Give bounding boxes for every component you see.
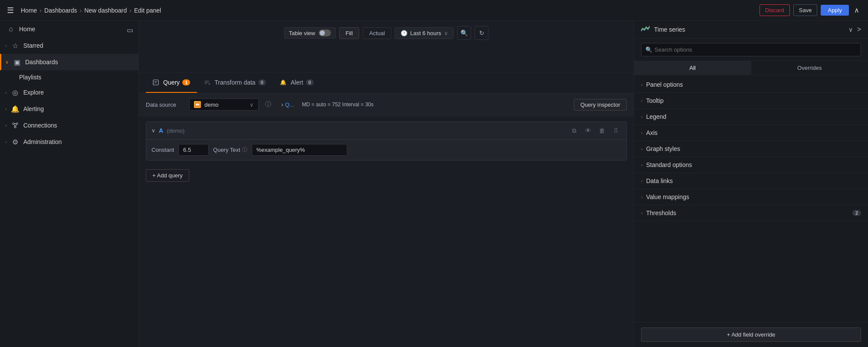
breadcrumb-new-dashboard[interactable]: New dashboard — [84, 7, 127, 14]
option-legend[interactable]: › Legend — [634, 109, 868, 125]
sidebar-item-starred[interactable]: › ☆ Starred — [0, 37, 138, 54]
options-list: › Panel options › Tooltip › Legend › Axi… — [634, 75, 868, 322]
standard-options-label: Standard options — [646, 161, 861, 168]
options-search-input[interactable] — [641, 43, 861, 56]
svg-line-4 — [14, 124, 15, 126]
constant-input[interactable] — [178, 144, 209, 156]
sidebar-collapse-button[interactable]: ▭ — [125, 24, 135, 36]
tooltip-label: Tooltip — [646, 97, 861, 104]
delete-query-button[interactable]: 🗑 — [597, 125, 607, 136]
svg-line-5 — [15, 124, 16, 126]
time-range-chevron: ∨ — [444, 30, 448, 36]
drag-query-button[interactable]: ⠿ — [611, 125, 621, 136]
add-field-override-button[interactable]: + Add field override — [641, 327, 861, 342]
sidebar-item-explore[interactable]: › ◎ Explore — [0, 84, 138, 101]
svg-rect-6 — [153, 80, 158, 85]
tab-alert-badge: 0 — [306, 79, 314, 85]
menu-icon[interactable]: ☰ — [7, 6, 14, 15]
sidebar-item-home-label: Home — [19, 26, 35, 33]
datasource-label: Data source — [146, 101, 185, 108]
topbar: ☰ Home › Dashboards › New dashboard › Ed… — [0, 0, 868, 21]
tab-query-badge: 1 — [182, 79, 190, 85]
datasource-select[interactable]: demo ∨ — [189, 98, 259, 111]
standard-options-chevron: › — [641, 162, 643, 167]
option-value-mappings[interactable]: › Value mappings — [634, 189, 868, 205]
sidebar-item-administration-label: Administration — [23, 138, 62, 145]
datasource-meta: MD = auto = 752 Interval = 30s — [302, 101, 374, 108]
sidebar-item-connections[interactable]: › Connections — [0, 117, 138, 134]
option-tooltip[interactable]: › Tooltip — [634, 93, 868, 109]
query-alias: Q... — [285, 101, 294, 108]
expand-chevron-icon: › — [281, 101, 283, 108]
sidebar-item-alerting[interactable]: › 🔔 Alerting — [0, 101, 138, 117]
svg-rect-10 — [196, 104, 199, 105]
apply-button[interactable]: Apply — [821, 5, 849, 16]
refresh-button[interactable]: ↻ — [475, 26, 489, 40]
collapse-topbar-button[interactable]: ∧ — [852, 4, 861, 16]
duplicate-query-button[interactable]: ⧉ — [569, 125, 579, 136]
query-inspector-button[interactable]: Query inspector — [574, 99, 627, 111]
tab-overrides[interactable]: Overrides — [751, 61, 868, 75]
time-range-picker[interactable]: 🕐 Last 6 hours ∨ — [395, 27, 454, 39]
breadcrumb-sep-2: › — [80, 7, 82, 14]
viz-chevron-down-button[interactable]: ∨ — [848, 26, 853, 33]
query-row-a-body: Constant Query Text ⓘ — [146, 140, 626, 160]
sidebar-item-administration[interactable]: › ⚙ Administration — [0, 134, 138, 150]
tab-transform-badge: 0 — [258, 79, 266, 85]
add-query-button[interactable]: + Add query — [146, 169, 189, 182]
star-icon: ☆ — [11, 42, 19, 49]
zoom-icon: 🔍 — [460, 29, 468, 36]
query-section: Query 1 Transform data 0 🔔 Alert 0 Data … — [139, 73, 634, 347]
table-view-switch[interactable] — [319, 29, 331, 36]
datasource-info-button[interactable]: ⓘ — [263, 99, 273, 110]
option-thresholds[interactable]: › Thresholds 2 — [634, 205, 868, 221]
query-text-input[interactable] — [252, 144, 347, 156]
save-button[interactable]: Save — [793, 4, 818, 16]
add-query-row: + Add query — [139, 166, 634, 189]
dashboards-icon: ▣ — [13, 58, 21, 66]
sidebar-item-home[interactable]: ⌂ Home ▭ — [0, 21, 138, 37]
active-bar — [0, 54, 1, 70]
option-axis[interactable]: › Axis — [634, 125, 868, 141]
axis-chevron: › — [641, 130, 643, 135]
table-view-label: Table view — [289, 30, 316, 36]
actual-button[interactable]: Actual — [363, 27, 391, 39]
datasource-expand-button[interactable]: › Q... — [278, 99, 298, 110]
query-text-label: Query Text ⓘ — [213, 146, 247, 154]
breadcrumb-dashboards[interactable]: Dashboards — [44, 7, 77, 14]
tab-alert[interactable]: 🔔 Alert 0 — [273, 73, 321, 93]
topbar-actions: Discard Save Apply ∧ — [760, 4, 861, 16]
option-panel-options[interactable]: › Panel options — [634, 77, 868, 93]
sidebar-item-alerting-label: Alerting — [23, 105, 44, 112]
data-links-label: Data links — [646, 177, 861, 184]
tab-query[interactable]: Query 1 — [146, 73, 197, 93]
search-icon: 🔍 — [645, 46, 652, 53]
query-tabs: Query 1 Transform data 0 🔔 Alert 0 — [139, 73, 634, 93]
query-row-collapse-button[interactable]: ∨ — [151, 128, 155, 134]
option-standard-options[interactable]: › Standard options — [634, 157, 868, 173]
legend-label: Legend — [646, 113, 861, 120]
option-graph-styles[interactable]: › Graph styles — [634, 141, 868, 157]
sidebar-item-playlists[interactable]: Playlists — [0, 70, 138, 84]
fill-button[interactable]: Fill — [339, 27, 359, 39]
table-view-toggle[interactable]: Table view — [284, 27, 336, 39]
search-input-wrapper: 🔍 — [641, 43, 861, 56]
time-range-label: Last 6 hours — [410, 30, 441, 36]
time-range-icon: 🕐 — [401, 30, 408, 36]
discard-button[interactable]: Discard — [760, 4, 790, 16]
tab-all[interactable]: All — [634, 61, 751, 75]
breadcrumb-home[interactable]: Home — [21, 7, 37, 14]
connections-chevron: › — [5, 123, 7, 128]
administration-icon: ⚙ — [11, 138, 19, 146]
option-data-links[interactable]: › Data links — [634, 173, 868, 189]
viz-expand-button[interactable]: > — [857, 26, 861, 33]
toggle-visibility-button[interactable]: 👁 — [583, 125, 593, 136]
breadcrumb: Home › Dashboards › New dashboard › Edit… — [21, 7, 161, 14]
tab-transform[interactable]: Transform data 0 — [197, 73, 273, 93]
alert-icon: 🔔 — [280, 79, 286, 85]
viz-selector: Time series ∨ > — [634, 21, 868, 39]
zoom-button[interactable]: 🔍 — [457, 26, 471, 40]
add-override-row: + Add field override — [634, 322, 868, 347]
sidebar-item-dashboards[interactable]: ∨ ▣ Dashboards — [0, 54, 138, 70]
viz-type-icon — [641, 25, 650, 34]
